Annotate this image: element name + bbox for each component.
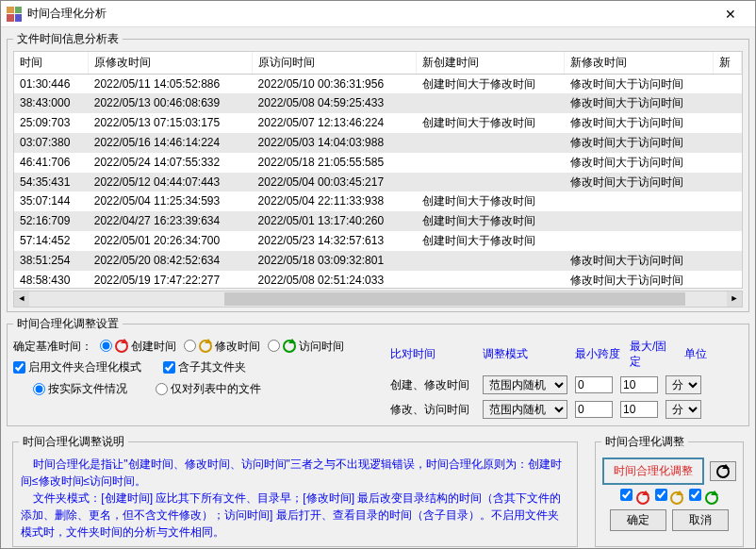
adjust-fieldset: 时间合理化调整 时间合理化调整 确定 取消 (595, 434, 744, 547)
table-row[interactable]: 52:16:7092022/04/27 16:23:39:6342022/05/… (14, 211, 742, 231)
row2-label: 修改、访问时间 (390, 402, 475, 418)
column-header[interactable]: 新创建时间 (416, 52, 565, 74)
table-scroll[interactable]: 时间原修改时间原访问时间新创建时间新修改时间新 01:30:4462022/05… (13, 51, 743, 289)
unit-select-1[interactable]: 分 (666, 375, 701, 394)
column-header[interactable]: 时间 (14, 52, 88, 74)
explain-legend: 时间合理化调整说明 (19, 434, 128, 450)
settings-fieldset: 时间合理化调整设置 确定基准时间： 创建时间 修改时间 访问时间 启用文件夹合理… (7, 316, 749, 426)
table-row[interactable]: 25:09:7032022/05/13 07:15:03:1752022/05/… (14, 113, 742, 133)
table-fieldset: 文件时间信息分析表 时间原修改时间原访问时间新创建时间新修改时间新 01:30:… (7, 31, 749, 312)
h-min: 最小跨度 (575, 346, 622, 362)
chk-access[interactable] (689, 489, 717, 506)
time-table: 时间原修改时间原访问时间新创建时间新修改时间新 01:30:4462022/05… (14, 52, 742, 289)
window-title: 时间合理化分析 (27, 6, 107, 22)
refresh-icon (716, 465, 730, 478)
table-legend: 文件时间信息分析表 (13, 31, 123, 47)
table-row[interactable]: 38:51:2542022/05/20 08:42:52:6342022/05/… (14, 251, 742, 271)
radio-actual[interactable]: 按实际文件情况 (33, 381, 127, 397)
access-icon (283, 340, 296, 353)
explain-text: 时间合理化是指让"创建时间、修改时间、访问时间"三者之与不出现逻辑错误，时间合理… (19, 454, 571, 542)
explain-fieldset: 时间合理化调整说明 时间合理化是指让"创建时间、修改时间、访问时间"三者之与不出… (12, 434, 578, 547)
column-header[interactable]: 新修改时间 (565, 52, 714, 74)
mode-select-1[interactable]: 范围内随机 (483, 375, 567, 394)
table-row[interactable]: 48:58:4302022/05/19 17:47:22:2772022/05/… (14, 271, 742, 289)
create-icon-2 (636, 491, 649, 505)
radio-listonly[interactable]: 仅对列表中的文件 (156, 381, 261, 397)
h-max: 最大/固定 (630, 339, 677, 371)
scroll-right-icon[interactable]: ► (727, 291, 742, 307)
radio-create[interactable]: 创建时间 (100, 339, 176, 355)
adjust-legend: 时间合理化调整 (601, 434, 688, 450)
chk-subfolder[interactable]: 含子其文件夹 (163, 359, 246, 375)
radio-modify[interactable]: 修改时间 (184, 339, 260, 355)
row1-label: 创建、修改时间 (390, 377, 475, 393)
table-row[interactable]: 46:41:7062022/05/24 14:07:55:3322022/05/… (14, 153, 742, 173)
table-row[interactable]: 35:07:1442022/05/04 11:25:34:5932022/05/… (14, 191, 742, 211)
h-compare: 比对时间 (390, 346, 475, 362)
max-input-2[interactable] (620, 401, 658, 418)
modify-icon (199, 340, 212, 353)
radio-access[interactable]: 访问时间 (268, 339, 344, 355)
min-input-2[interactable] (575, 401, 613, 418)
base-time-label: 确定基准时间： (13, 339, 92, 355)
unit-select-2[interactable]: 分 (666, 400, 701, 419)
column-header[interactable]: 原访问时间 (252, 52, 416, 74)
table-row[interactable]: 01:30:4462022/05/11 14:05:52:8862022/05/… (14, 74, 742, 93)
table-row[interactable]: 57:14:4522022/05/01 20:26:34:7002022/05/… (14, 231, 742, 251)
horizontal-scrollbar[interactable]: ◄ ► (13, 291, 743, 308)
table-row[interactable]: 03:07:3802022/05/16 14:46:14:2242022/05/… (14, 133, 742, 153)
max-input-1[interactable] (620, 376, 658, 393)
table-row[interactable]: 54:35:4312022/05/12 04:44:07:4432022/05/… (14, 173, 742, 192)
access-icon-2 (705, 491, 718, 505)
min-input-1[interactable] (575, 376, 613, 393)
table-row[interactable]: 38:43:0002022/05/13 00:46:08:6392022/05/… (14, 93, 742, 113)
adjust-button[interactable]: 时间合理化调整 (602, 458, 704, 485)
scroll-left-icon[interactable]: ◄ (14, 291, 29, 307)
ok-button[interactable]: 确定 (610, 509, 666, 531)
app-icon (7, 7, 22, 22)
chk-create[interactable] (620, 489, 649, 506)
column-header[interactable]: 新 (714, 52, 742, 74)
chk-modify[interactable] (655, 489, 683, 506)
column-header[interactable]: 原修改时间 (88, 52, 252, 74)
settings-legend: 时间合理化调整设置 (13, 316, 123, 332)
cancel-button[interactable]: 取消 (672, 509, 729, 531)
create-icon (115, 340, 128, 353)
chk-folder-mode[interactable]: 启用文件夹合理化模式 (13, 359, 141, 375)
scroll-thumb[interactable] (224, 292, 684, 306)
h-mode: 调整模式 (483, 346, 567, 362)
mode-select-2[interactable]: 范围内随机 (483, 400, 567, 419)
refresh-button[interactable] (710, 461, 736, 481)
h-unit: 单位 (684, 346, 707, 362)
modify-icon-2 (670, 491, 683, 505)
close-button[interactable]: ✕ (712, 2, 749, 26)
